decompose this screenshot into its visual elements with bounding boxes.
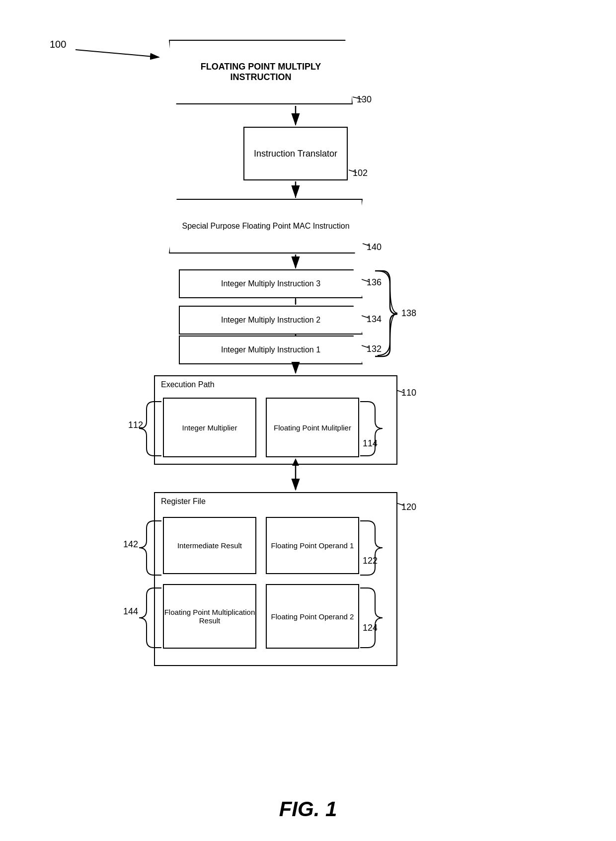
ref-120: 120 <box>401 502 416 512</box>
floating-point-operand-2: Floating Point Operand 2 <box>266 584 359 649</box>
floating-point-multiplication-result: Floating Point Multiplication Result <box>163 584 256 649</box>
integer-multiply-3: Integer Multiply Instruction 3 <box>179 269 363 298</box>
svg-line-32 <box>76 50 159 57</box>
floating-point-multiply-instruction: FLOATING POINT MULTIPLY INSTRUCTION <box>169 40 353 104</box>
special-purpose-mac: Special Purpose Floating Point MAC Instr… <box>169 199 363 253</box>
instruction-translator: Instruction Translator <box>243 127 348 180</box>
intermediate-result: Intermediate Result <box>163 517 256 574</box>
label-100: 100 <box>50 39 66 50</box>
ref-112: 112 <box>128 420 143 430</box>
ref-144: 144 <box>123 606 138 617</box>
ref-142: 142 <box>123 539 138 550</box>
ref-114: 114 <box>363 438 378 449</box>
floating-point-multiplier: Floating Point Mulitplier <box>266 398 359 457</box>
integer-multiply-1: Integer Multiply Instruction 1 <box>179 336 363 364</box>
ref-138: 138 <box>401 308 416 319</box>
ref-110: 110 <box>401 388 416 398</box>
ref-136: 136 <box>367 277 382 288</box>
diagram-container: 100 FLOATING POINT MULTIPLY INSTRUCTION … <box>0 0 616 841</box>
integer-multiplier: Integer Multiplier <box>163 398 256 457</box>
ref-130: 130 <box>357 94 372 105</box>
ref-102: 102 <box>353 168 368 178</box>
ref-134: 134 <box>367 314 382 325</box>
integer-multiply-2: Integer Multiply Instruction 2 <box>179 306 363 335</box>
floating-point-operand-1: Floating Point Operand 1 <box>266 517 359 574</box>
ref-122: 122 <box>363 556 378 566</box>
ref-132: 132 <box>367 344 382 354</box>
ref-140: 140 <box>367 242 382 252</box>
figure-caption: FIG. 1 <box>0 797 616 821</box>
ref-124: 124 <box>363 623 378 633</box>
